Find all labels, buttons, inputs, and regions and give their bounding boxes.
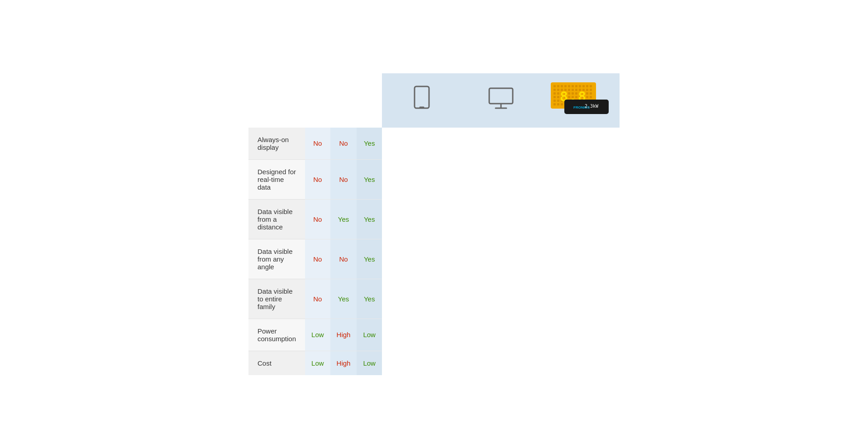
value-tv: Yes bbox=[330, 279, 357, 319]
tv-icon-container bbox=[466, 85, 536, 117]
svg-rect-13 bbox=[579, 85, 581, 87]
table-row: Data visible to entire familyNoYesYes bbox=[248, 279, 382, 319]
value-app: No bbox=[305, 239, 330, 279]
svg-rect-11 bbox=[572, 85, 574, 87]
value-tv: No bbox=[330, 128, 357, 160]
monitor-icon bbox=[487, 85, 515, 112]
col-header-app bbox=[382, 73, 461, 128]
table-row: Always-on displayNoNoYes bbox=[248, 128, 382, 160]
header-empty-cell bbox=[248, 73, 382, 128]
value-app: No bbox=[305, 279, 330, 319]
table-header-row: 8.8 FRONIUS 2.3kW bbox=[248, 73, 620, 128]
feature-label: Always-on display bbox=[248, 128, 305, 160]
svg-rect-8 bbox=[561, 85, 563, 87]
svg-rect-40 bbox=[557, 96, 559, 98]
svg-rect-51 bbox=[557, 100, 559, 102]
feature-label: Designed for real-time data bbox=[248, 159, 305, 199]
svg-rect-27 bbox=[590, 89, 592, 91]
app-icon-container bbox=[386, 85, 457, 117]
value-energy: Yes bbox=[357, 279, 382, 319]
value-tv: No bbox=[330, 239, 357, 279]
value-energy: Yes bbox=[357, 199, 382, 239]
smartphone-icon bbox=[408, 85, 435, 112]
svg-rect-29 bbox=[557, 92, 559, 95]
energy-display-icon: 8.8 FRONIUS 2.3kW bbox=[551, 82, 610, 114]
svg-rect-62 bbox=[557, 103, 559, 105]
comparison-wrapper: 8.8 FRONIUS 2.3kW Always-on displayNoNoY… bbox=[0, 0, 868, 448]
table-row: Data visible from any angleNoNoYes bbox=[248, 239, 382, 279]
svg-rect-12 bbox=[575, 85, 577, 87]
svg-rect-38 bbox=[590, 92, 592, 95]
svg-text:2.3kW: 2.3kW bbox=[585, 104, 599, 109]
feature-label: Cost bbox=[248, 351, 305, 375]
svg-rect-49 bbox=[590, 96, 592, 98]
value-energy: Yes bbox=[357, 128, 382, 160]
svg-rect-6 bbox=[553, 85, 556, 87]
table-body: Always-on displayNoNoYesDesigned for rea… bbox=[248, 128, 382, 375]
value-tv: Yes bbox=[330, 199, 357, 239]
feature-label: Data visible from any angle bbox=[248, 239, 305, 279]
svg-rect-61 bbox=[553, 103, 556, 105]
svg-rect-9 bbox=[564, 85, 567, 87]
svg-rect-18 bbox=[557, 89, 559, 91]
svg-rect-39 bbox=[553, 96, 556, 98]
value-app: No bbox=[305, 199, 330, 239]
value-energy: Low bbox=[357, 319, 382, 351]
col-header-energy: 8.8 FRONIUS 2.3kW bbox=[540, 73, 620, 128]
svg-rect-28 bbox=[553, 92, 556, 95]
value-energy: Yes bbox=[357, 159, 382, 199]
feature-label: Power consumption bbox=[248, 319, 305, 351]
svg-rect-0 bbox=[415, 86, 429, 108]
value-app: Low bbox=[305, 351, 330, 375]
svg-rect-7 bbox=[557, 85, 559, 87]
table-row: CostLowHighLow bbox=[248, 351, 382, 375]
table-row: Designed for real-time dataNoNoYes bbox=[248, 159, 382, 199]
table-row: Data visible from a distanceNoYesYes bbox=[248, 199, 382, 239]
value-app: No bbox=[305, 159, 330, 199]
energy-icon-container: 8.8 FRONIUS 2.3kW bbox=[545, 82, 615, 119]
svg-rect-17 bbox=[553, 89, 556, 91]
value-tv: High bbox=[330, 351, 357, 375]
value-energy: Low bbox=[357, 351, 382, 375]
value-tv: No bbox=[330, 159, 357, 199]
svg-rect-10 bbox=[568, 85, 570, 87]
svg-rect-14 bbox=[582, 85, 585, 87]
svg-rect-2 bbox=[489, 88, 513, 104]
svg-rect-15 bbox=[586, 85, 588, 87]
value-energy: Yes bbox=[357, 239, 382, 279]
value-app: Low bbox=[305, 319, 330, 351]
comparison-table: 8.8 FRONIUS 2.3kW Always-on displayNoNoY… bbox=[248, 73, 620, 375]
svg-rect-16 bbox=[590, 85, 592, 87]
table-row: Power consumptionLowHighLow bbox=[248, 319, 382, 351]
feature-label: Data visible from a distance bbox=[248, 199, 305, 239]
svg-rect-50 bbox=[553, 100, 556, 102]
col-header-tv bbox=[461, 73, 540, 128]
feature-label: Data visible to entire family bbox=[248, 279, 305, 319]
value-tv: High bbox=[330, 319, 357, 351]
value-app: No bbox=[305, 128, 330, 160]
